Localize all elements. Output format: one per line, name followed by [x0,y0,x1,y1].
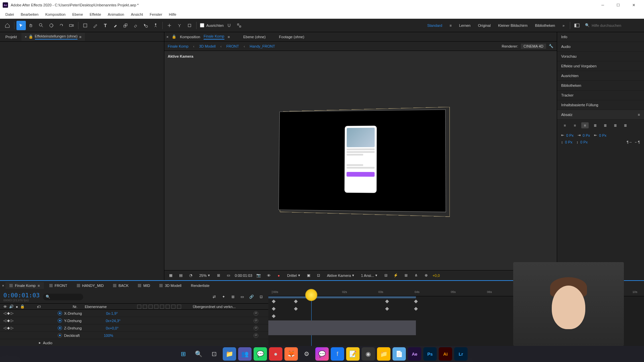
lock-col-icon[interactable]: 🔒 [20,304,25,309]
add-kf-icon[interactable]: ◆ [7,311,10,315]
expression-icon[interactable] [254,333,258,338]
lock-icon[interactable]: 🔒 [172,35,176,39]
crumb-finale-komp[interactable]: Finale Komp [168,44,189,48]
expression-icon[interactable] [254,318,258,323]
minimize-button[interactable]: ─ [595,0,610,10]
stopwatch-icon[interactable] [58,326,62,330]
views-dropdown[interactable]: 1 Ansi... ▾ [359,273,379,278]
res-toggle-icon[interactable]: ⊞ [215,272,222,279]
world-axis-tool[interactable] [175,21,184,30]
exposure-value[interactable]: +0,0 [432,274,440,278]
res-dropdown[interactable]: Drittel ▾ [285,273,302,278]
prop-value[interactable]: 0x+24,3° [106,319,120,323]
viewer-timecode[interactable]: 0:00:01:03 [235,274,252,278]
workspace-more-icon[interactable]: » [559,22,568,29]
menu-ansicht[interactable]: Ansicht [127,11,146,18]
speaker-col-icon[interactable]: 🔊 [9,304,14,309]
footage-tab[interactable]: Footage (ohne) [279,35,304,39]
timeline-timecode[interactable]: 0:00:01:03 [3,292,40,299]
eraser-tool[interactable] [131,21,140,30]
keyframe[interactable] [272,307,275,311]
row-z-drehung[interactable]: ◁◆▷ Z-Drehung 0x+0,0° [0,324,268,332]
zoom-dropdown[interactable]: 25% ▾ [197,273,212,278]
panel-menu-icon[interactable]: ≡ [638,113,640,117]
renderer-settings-icon[interactable]: 🔧 [549,44,553,48]
label-col-icon[interactable]: 🏷 [37,305,41,309]
space-after-value[interactable]: 0 Px [580,140,590,144]
workspace-original[interactable]: Original [475,22,494,29]
panel-tracker[interactable]: Tracker [557,90,644,100]
clone-tool[interactable] [121,21,130,30]
add-kf-icon[interactable]: ◆ [7,326,10,330]
tl-menu-icon[interactable]: ≡ [38,284,40,288]
sw-frame-blend-icon[interactable] [149,305,153,309]
help-search-input[interactable] [592,23,639,27]
prev-kf-icon[interactable]: ◁ [3,326,6,330]
layer-bar-deckkraft[interactable] [268,320,416,328]
tl-tool-3-icon[interactable]: ⊞ [229,293,237,301]
stopwatch-icon[interactable] [58,318,62,323]
next-kf-icon[interactable]: ▷ [11,311,13,315]
comp-menu-icon[interactable]: ≡ [228,35,230,39]
rect-tool[interactable] [80,21,90,30]
taskbar-firefox-icon[interactable]: 🦊 [284,347,298,361]
tl-tab-back[interactable]: BACK [109,282,132,289]
eye-col-icon[interactable]: 👁 [3,305,7,309]
menu-fenster[interactable]: Fenster [146,11,165,18]
ebene-tab[interactable]: Ebene (ohne) [243,35,266,39]
crumb-3d-modell[interactable]: 3D Modell [199,44,216,48]
taskbar-app2-icon[interactable]: ⚙ [300,347,313,361]
tab-close-icon[interactable]: × [25,35,26,39]
tl-tool-5-icon[interactable]: 🔗 [248,293,256,301]
taskbar-explorer-icon[interactable]: 📁 [223,347,236,361]
keyframe[interactable] [294,300,298,303]
keyframe[interactable] [385,300,389,303]
orbit-tool[interactable] [47,21,56,30]
panel-bibliotheken[interactable]: Bibliotheken [557,81,644,90]
sw-qual-icon[interactable] [177,305,181,309]
panel-absatz[interactable]: Absatz≡ [557,110,644,120]
alpha-icon[interactable]: ▦ [167,272,174,279]
hand-tool[interactable] [26,21,36,30]
stopwatch-icon[interactable] [58,333,62,338]
taskbar-facebook-icon[interactable]: f [331,347,344,361]
taskbar-folder-icon[interactable]: 📁 [377,347,390,361]
taskbar-taskview-icon[interactable]: ⊡ [207,347,221,361]
flowchart-icon[interactable]: ⋔ [412,272,420,279]
maximize-button[interactable]: ☐ [610,0,626,10]
ausrichten-checkbox[interactable] [200,23,204,27]
show-snapshot-icon[interactable]: 👁 [265,272,272,279]
menu-effekte[interactable]: Effekte [86,11,104,18]
keyframe[interactable] [272,300,275,303]
taskbar-lr-icon[interactable]: Lr [454,347,468,361]
panel-effekte[interactable]: Effekte und Vorgaben [557,61,644,71]
sw-shy-icon[interactable] [137,305,141,309]
tl-close-icon[interactable]: × [2,284,4,288]
frame-icon[interactable]: ▭ [225,272,232,279]
taskbar-notes-icon[interactable]: 📄 [392,347,406,361]
prev-kf-icon[interactable]: ◁ [3,311,6,315]
comp-tab-close-icon[interactable]: × [166,35,168,39]
dir-rtl-icon[interactable]: ←¶ [634,140,640,144]
workspace-kleinerbildschirm[interactable]: Kleiner Bildschirm [495,22,531,29]
home-tool[interactable] [3,21,12,30]
sw-adj-icon[interactable] [160,305,164,309]
rotate-tool[interactable] [57,21,66,30]
mask-icon[interactable]: ◔ [187,272,195,279]
panel-info[interactable]: Info [557,32,644,42]
camera-dropdown[interactable]: Aktive Kamera ▾ [325,273,357,278]
pen-tool[interactable] [91,21,100,30]
justify-all-icon[interactable]: ≣ [622,122,629,128]
fast-preview-icon[interactable]: ⚡ [392,272,399,279]
menu-datei[interactable]: Datei [2,11,17,18]
keyframe[interactable] [272,314,275,318]
space-before-value[interactable]: 0 Px [565,140,575,144]
lock-icon[interactable]: 🔒 [29,35,33,39]
indent-right-value[interactable]: 0 Px [599,133,608,137]
prop-value[interactable]: 0x-1,9° [106,311,118,315]
help-search[interactable]: 🔍 [582,22,641,28]
sw-mb-icon[interactable] [154,305,158,309]
prop-value[interactable]: 100% [104,334,113,338]
workspace-submenu-icon[interactable]: ≡ [446,22,455,29]
panel-vorschau[interactable]: Vorschau [557,52,644,61]
